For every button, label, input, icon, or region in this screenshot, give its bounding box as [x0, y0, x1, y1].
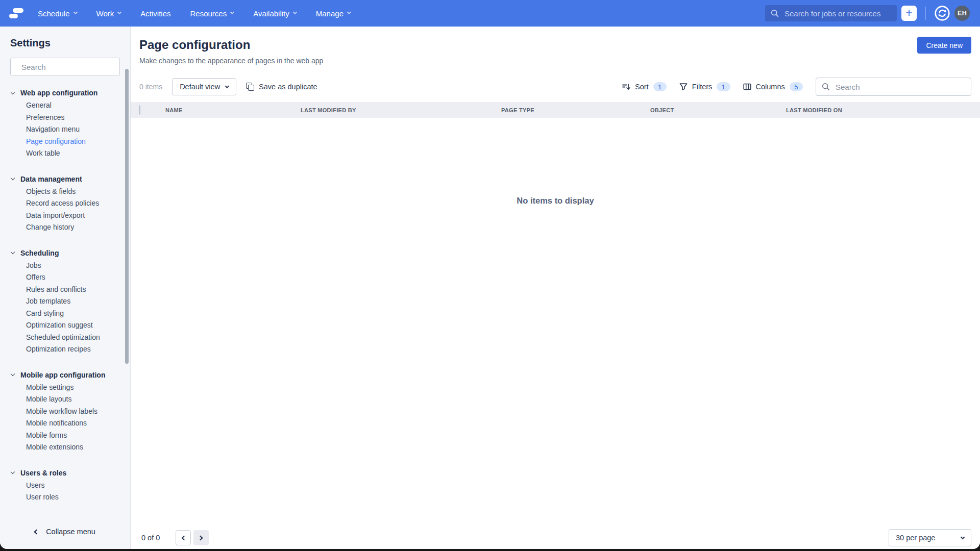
chevron-down-icon — [11, 372, 15, 376]
nav-item-activities[interactable]: Activities — [140, 9, 170, 18]
sidebar-scrollbar[interactable] — [125, 69, 129, 364]
section-data-management: Data management Objects & fields Record … — [10, 175, 120, 234]
nav-item-resources[interactable]: Resources — [190, 9, 234, 18]
table-header-row: NAME LAST MODIFIED BY PAGE TYPE OBJECT L… — [131, 102, 980, 118]
sidebar-item-work-table[interactable]: Work table — [26, 147, 120, 160]
chevron-down-icon — [347, 10, 351, 14]
global-search-input[interactable] — [783, 9, 891, 18]
sidebar-item-change-history[interactable]: Change history — [26, 221, 120, 234]
section-header-mobile-app-configuration[interactable]: Mobile app configuration — [10, 371, 120, 379]
sidebar-item-user-roles[interactable]: User roles — [26, 491, 120, 504]
toolbar-left-group: 0 items Default view Save as duplicate — [139, 78, 317, 95]
sidebar-item-record-access-policies[interactable]: Record access policies — [26, 197, 120, 210]
create-new-button[interactable]: Create new — [917, 37, 971, 54]
help-icon[interactable] — [935, 6, 950, 21]
sidebar-item-mobile-forms[interactable]: Mobile forms — [26, 430, 120, 442]
sidebar-item-scheduled-optimization[interactable]: Scheduled optimization — [26, 332, 120, 344]
column-header-object: OBJECT — [650, 107, 786, 113]
section-web-app-configuration: Web app configuration General Preference… — [10, 89, 120, 160]
settings-search-input[interactable] — [20, 62, 124, 72]
sidebar-item-offers[interactable]: Offers — [26, 271, 120, 284]
page-title: Page configuration — [139, 38, 971, 52]
sidebar-item-mobile-settings[interactable]: Mobile settings — [26, 382, 120, 394]
table-search — [816, 78, 971, 96]
chevron-down-icon — [225, 84, 229, 88]
chevron-down-icon — [73, 10, 77, 14]
filters-button[interactable]: Filters 1 — [679, 82, 730, 91]
sidebar-item-page-configuration[interactable]: Page configuration — [26, 136, 120, 148]
section-users-roles: Users & roles Users User roles — [10, 469, 120, 504]
items-count: 0 items — [139, 83, 162, 91]
sidebar-item-mobile-notifications[interactable]: Mobile notifications — [26, 417, 120, 430]
columns-count-badge: 5 — [790, 82, 803, 91]
column-header-last-modified-on: LAST MODIFIED ON — [786, 107, 971, 113]
per-page-select[interactable]: 30 per page — [889, 529, 971, 546]
page-subtitle: Make changes to the appearance of pages … — [139, 57, 971, 65]
sort-button[interactable]: Sort 1 — [622, 82, 667, 91]
sidebar-item-mobile-layouts[interactable]: Mobile layouts — [26, 393, 120, 406]
sidebar-item-objects-fields[interactable]: Objects & fields — [26, 186, 120, 198]
sidebar-item-mobile-workflow-labels[interactable]: Mobile workflow labels — [26, 406, 120, 418]
sidebar-item-rules-and-conflicts[interactable]: Rules and conflicts — [26, 284, 120, 296]
section-scheduling: Scheduling Jobs Offers Rules and conflic… — [10, 249, 120, 356]
column-header-name: NAME — [165, 107, 301, 113]
main-content: Page configuration Make changes to the a… — [131, 27, 980, 549]
filters-count-badge: 1 — [717, 82, 730, 91]
top-nav: Schedule Work Activities Resources Avail… — [0, 0, 980, 27]
table-footer: 0 of 0 30 per page — [131, 527, 980, 549]
chevron-left-icon — [182, 535, 187, 540]
nav-item-work[interactable]: Work — [96, 9, 121, 18]
section-header-web-app-configuration[interactable]: Web app configuration — [10, 89, 120, 97]
avatar[interactable]: EH — [954, 6, 970, 21]
table-search-input[interactable] — [835, 82, 965, 92]
nav-item-manage[interactable]: Manage — [316, 9, 351, 18]
previous-page-button[interactable] — [176, 530, 191, 545]
sidebar-item-card-styling[interactable]: Card styling — [26, 308, 120, 320]
sidebar-item-jobs[interactable]: Jobs — [26, 260, 120, 272]
columns-button[interactable]: Columns 5 — [743, 82, 803, 91]
chevron-right-icon — [198, 535, 203, 540]
main-menu: Schedule Work Activities Resources Avail… — [38, 9, 351, 18]
global-create-button[interactable]: + — [901, 6, 917, 21]
sidebar-item-optimization-recipes[interactable]: Optimization recipes — [26, 343, 120, 356]
chevron-down-icon — [11, 470, 15, 474]
view-selector[interactable]: Default view — [172, 78, 236, 95]
select-all-checkbox[interactable] — [139, 105, 140, 115]
sidebar-item-preferences[interactable]: Preferences — [26, 112, 120, 124]
sidebar-item-mobile-extensions[interactable]: Mobile extensions — [26, 441, 120, 454]
sidebar-item-general[interactable]: General — [26, 99, 120, 112]
table-toolbar: 0 items Default view Save as duplicate S… — [139, 78, 971, 96]
column-header-last-modified-by: LAST MODIFIED BY — [301, 107, 501, 113]
search-icon — [822, 83, 830, 91]
section-header-scheduling[interactable]: Scheduling — [10, 249, 120, 257]
next-page-button[interactable] — [193, 530, 209, 545]
app-window: Schedule Work Activities Resources Avail… — [0, 0, 980, 549]
nav-divider — [925, 7, 926, 20]
chevron-down-icon — [11, 250, 15, 254]
columns-icon — [743, 83, 751, 91]
section-header-data-management[interactable]: Data management — [10, 175, 120, 183]
sidebar-item-users[interactable]: Users — [26, 480, 120, 492]
save-as-duplicate-button[interactable]: Save as duplicate — [246, 83, 317, 91]
nav-item-availability[interactable]: Availability — [253, 9, 297, 18]
chevron-down-icon — [117, 10, 121, 14]
sidebar-item-job-templates[interactable]: Job templates — [26, 295, 120, 308]
sort-icon — [622, 83, 630, 91]
section-header-users-roles[interactable]: Users & roles — [10, 469, 120, 477]
nav-item-schedule[interactable]: Schedule — [38, 9, 77, 18]
settings-sidebar: Settings Web app configuration General P… — [0, 27, 131, 514]
sidebar-title: Settings — [10, 37, 120, 49]
sidebar-item-optimization-suggest[interactable]: Optimization suggest — [26, 319, 120, 332]
nav-right-group: + EH — [765, 5, 970, 21]
chevron-down-icon — [293, 10, 297, 14]
sidebar-item-navigation-menu[interactable]: Navigation menu — [26, 123, 120, 136]
page-header: Page configuration Make changes to the a… — [131, 27, 980, 65]
sort-count-badge: 1 — [653, 82, 667, 91]
pagination-range: 0 of 0 — [141, 534, 160, 542]
skedulo-logo-icon — [9, 8, 24, 18]
plus-icon: + — [905, 6, 912, 19]
collapse-menu-button[interactable]: Collapse menu — [0, 514, 131, 549]
global-search — [765, 5, 897, 21]
duplicate-icon — [246, 83, 254, 91]
sidebar-item-data-import-export[interactable]: Data import/export — [26, 210, 120, 222]
